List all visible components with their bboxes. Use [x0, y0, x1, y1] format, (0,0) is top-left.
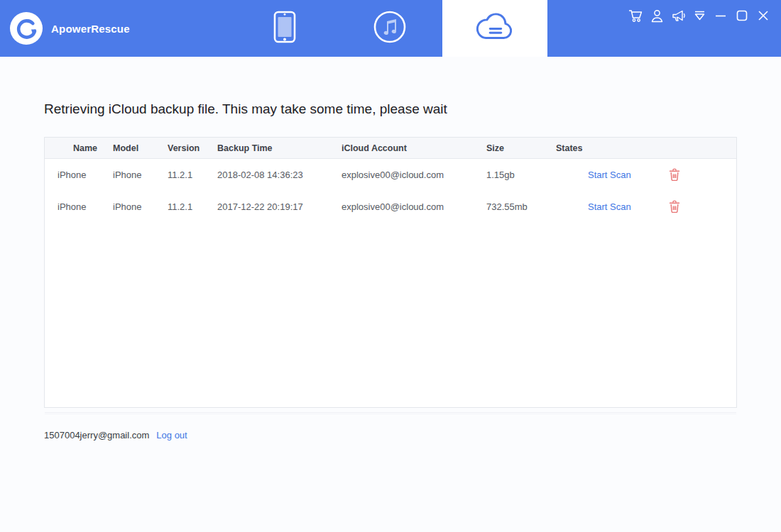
table-row: iPhone iPhone 11.2.1 2017-12-22 20:19:17…	[45, 191, 736, 223]
table-header-row: Name Model Version Backup Time iCloud Ac…	[45, 138, 736, 159]
itunes-icon	[373, 10, 407, 47]
brand: ApowerRescue	[10, 12, 130, 45]
account-email: 1507004jerry@gmail.com	[44, 430, 149, 440]
cell-model: iPhone	[113, 191, 141, 223]
mode-tabs	[232, 0, 547, 57]
scrollbar-track	[45, 412, 736, 414]
cell-version: 11.2.1	[168, 159, 192, 191]
cell-name: iPhone	[58, 159, 86, 191]
dropdown-icon[interactable]	[689, 7, 710, 24]
account-footer: 1507004jerry@gmail.com Log out	[44, 430, 187, 440]
column-header-name: Name	[73, 138, 97, 159]
column-header-model: Model	[113, 138, 138, 159]
logout-link[interactable]: Log out	[156, 430, 187, 440]
delete-icon[interactable]	[669, 200, 680, 216]
icloud-icon	[473, 11, 517, 45]
minimize-icon[interactable]	[710, 7, 731, 24]
start-scan-link[interactable]: Start Scan	[588, 191, 631, 223]
start-scan-link[interactable]: Start Scan	[588, 159, 631, 191]
cell-icloud-account: explosive00@icloud.com	[342, 191, 444, 223]
cell-size: 1.15gb	[486, 159, 515, 191]
cell-backup-time: 2018-02-08 14:36:23	[217, 159, 303, 191]
cell-icloud-account: explosive00@icloud.com	[342, 159, 444, 191]
phone-icon	[273, 10, 297, 47]
page-title: Retrieving iCloud backup file. This may …	[44, 101, 447, 117]
tab-recover-from-icloud[interactable]	[442, 0, 547, 57]
cell-backup-time: 2017-12-22 20:19:17	[217, 191, 303, 223]
cell-model: iPhone	[113, 159, 141, 191]
app-logo-icon	[10, 12, 43, 45]
cell-name: iPhone	[58, 191, 86, 223]
cart-icon[interactable]	[625, 7, 646, 24]
maximize-icon[interactable]	[731, 7, 753, 24]
app-title: ApowerRescue	[51, 23, 130, 35]
column-header-size: Size	[486, 138, 504, 159]
column-header-version: Version	[168, 138, 200, 159]
backup-table: Name Model Version Backup Time iCloud Ac…	[44, 137, 737, 408]
column-header-states: States	[556, 138, 583, 159]
main-content: Retrieving iCloud backup file. This may …	[0, 57, 781, 532]
tab-recover-from-device[interactable]	[232, 0, 337, 57]
column-header-backup-time: Backup Time	[217, 138, 273, 159]
cell-size: 732.55mb	[486, 191, 528, 223]
delete-icon[interactable]	[669, 168, 680, 184]
titlebar: ApowerRescue	[0, 0, 781, 57]
account-icon[interactable]	[646, 7, 667, 24]
close-icon[interactable]	[753, 7, 774, 24]
cell-version: 11.2.1	[168, 191, 192, 223]
table-row: iPhone iPhone 11.2.1 2018-02-08 14:36:23…	[45, 159, 736, 191]
window-controls	[625, 7, 774, 24]
column-header-icloud-account: iCloud Account	[342, 138, 407, 159]
tab-recover-from-itunes[interactable]	[337, 0, 442, 57]
megaphone-icon[interactable]	[667, 7, 689, 24]
